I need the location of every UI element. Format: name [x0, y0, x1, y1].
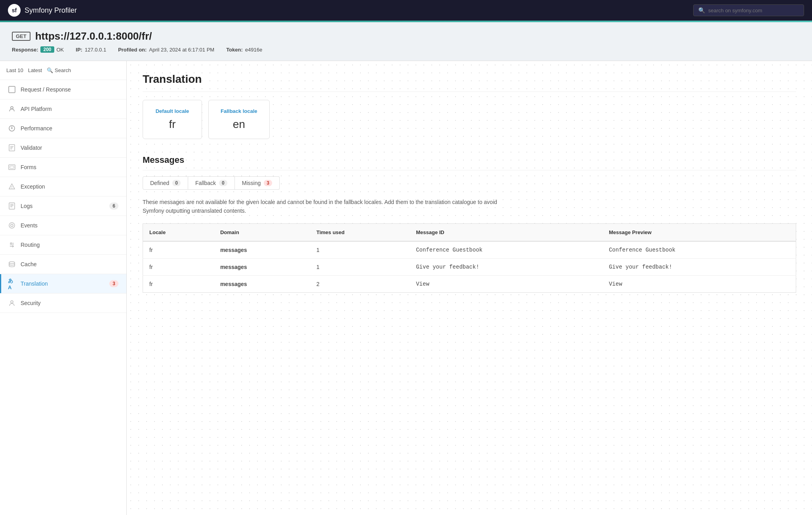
main-content: Translation Default locale fr Fallback l…: [127, 61, 812, 515]
svg-rect-6: [10, 166, 14, 168]
messages-table: Locale Domain Times used Message ID Mess…: [143, 223, 796, 293]
cell-message-preview: Conference Guestbook: [602, 241, 796, 259]
nav-item-api-platform: API Platform: [0, 99, 126, 119]
nav-label-translation: Translation: [21, 280, 105, 287]
svg-point-7: [11, 188, 12, 189]
nav-item-routing: Routing: [0, 235, 126, 255]
nav-link-performance[interactable]: Performance: [0, 119, 126, 138]
translation-icon: あA: [8, 280, 16, 288]
svg-point-9: [9, 223, 15, 228]
nav-link-translation[interactable]: あA Translation 3: [0, 274, 126, 293]
locale-cards: Default locale fr Fallback locale en: [143, 100, 796, 139]
sidebar: Last 10 Latest 🔍 Search Request / Respon…: [0, 61, 127, 515]
logs-icon: [8, 202, 16, 210]
token-meta: Token: e4916e: [226, 46, 262, 53]
nav-item-logs: Logs 6: [0, 196, 126, 216]
nav-label-events: Events: [21, 222, 118, 229]
filter-fallback-label: Fallback: [195, 180, 216, 186]
filter-tabs: Defined 0 Fallback 0 Missing 3: [143, 176, 796, 190]
svg-point-1: [11, 107, 13, 109]
cell-message-id: Conference Guestbook: [410, 241, 602, 259]
request-response-icon: [8, 86, 16, 93]
nav-label-api-platform: API Platform: [21, 106, 118, 112]
missing-description: These messages are not available for the…: [143, 198, 499, 216]
ip-value: 127.0.0.1: [85, 47, 106, 53]
nav-link-events[interactable]: Events: [0, 216, 126, 235]
status-text: OK: [57, 47, 64, 53]
default-locale-card: Default locale fr: [143, 100, 202, 139]
nav-link-cache[interactable]: Cache: [0, 255, 126, 274]
cell-message-id: Give your feedback!: [410, 258, 602, 275]
svg-point-3: [11, 128, 13, 129]
default-locale-label: Default locale: [155, 108, 190, 114]
table-row: fr messages 1 Give your feedback! Give y…: [143, 258, 796, 275]
global-search-input[interactable]: [708, 8, 799, 13]
main-layout: Last 10 Latest 🔍 Search Request / Respon…: [0, 61, 812, 515]
svg-rect-5: [9, 165, 15, 170]
nav-item-exception: Exception: [0, 177, 126, 196]
top-bar: sf Symfony Profiler 🔍: [0, 0, 812, 21]
cell-domain: messages: [214, 258, 310, 275]
messages-section-title: Messages: [143, 155, 796, 170]
sidebar-tab-search[interactable]: 🔍 Search: [47, 67, 71, 73]
col-header-message-id: Message ID: [410, 223, 602, 241]
nav-link-routing[interactable]: Routing: [0, 235, 126, 254]
nav-link-request-response[interactable]: Request / Response: [0, 80, 126, 99]
nav-link-logs[interactable]: Logs 6: [0, 196, 126, 216]
events-icon: [8, 221, 16, 229]
fallback-locale-value: en: [221, 118, 257, 131]
cell-message-preview: View: [602, 275, 796, 292]
nav-label-logs: Logs: [21, 203, 105, 209]
nav-label-cache: Cache: [21, 261, 118, 267]
table-row: fr messages 1 Conference Guestbook Confe…: [143, 241, 796, 259]
search-icon: 🔍: [698, 7, 705, 13]
ip-meta: IP: 127.0.0.1: [76, 46, 106, 53]
fallback-locale-label: Fallback locale: [221, 108, 257, 114]
cell-times-used: 1: [310, 258, 410, 275]
filter-tab-missing[interactable]: Missing 3: [235, 176, 280, 190]
filter-fallback-count: 0: [219, 180, 227, 186]
nav-item-cache: Cache: [0, 255, 126, 274]
request-url: https://127.0.0.1:8000/fr/: [35, 30, 152, 42]
cell-message-id: View: [410, 275, 602, 292]
cell-times-used: 1: [310, 241, 410, 259]
cell-locale: fr: [143, 258, 214, 275]
cell-message-preview: Give your feedback!: [602, 258, 796, 275]
svg-point-12: [11, 301, 13, 303]
performance-icon: [8, 124, 16, 132]
filter-missing-count: 3: [264, 180, 272, 186]
global-search[interactable]: 🔍: [693, 4, 804, 16]
filter-tab-defined[interactable]: Defined 0: [143, 176, 188, 190]
nav-link-api-platform[interactable]: API Platform: [0, 99, 126, 118]
api-platform-icon: [8, 105, 16, 113]
cell-locale: fr: [143, 275, 214, 292]
nav-item-validator: Validator: [0, 138, 126, 158]
svg-point-10: [11, 224, 13, 227]
nav-link-validator[interactable]: Validator: [0, 138, 126, 157]
svg-point-11: [9, 262, 15, 264]
nav-link-exception[interactable]: Exception: [0, 177, 126, 196]
nav-link-security[interactable]: Security: [0, 294, 126, 313]
response-meta: Response: 200 OK: [12, 46, 64, 53]
sidebar-tab-latest[interactable]: Latest: [28, 66, 42, 75]
validator-icon: [8, 144, 16, 152]
cell-domain: messages: [214, 241, 310, 259]
filter-tab-fallback[interactable]: Fallback 0: [188, 176, 235, 190]
nav-label-exception: Exception: [21, 183, 118, 190]
http-method-badge: GET: [12, 32, 30, 41]
token-value: e4916e: [245, 47, 262, 53]
translation-badge: 3: [109, 280, 118, 287]
logs-badge: 6: [109, 202, 118, 210]
nav-label-routing: Routing: [21, 242, 118, 248]
sidebar-nav: Request / Response API Platform: [0, 80, 126, 313]
app-name: Symfony Profiler: [25, 6, 77, 15]
sidebar-tab-last10[interactable]: Last 10: [6, 66, 23, 75]
col-header-domain: Domain: [214, 223, 310, 241]
sidebar-search-icon: 🔍: [47, 67, 53, 73]
forms-icon: [8, 163, 16, 171]
nav-item-forms: Forms: [0, 158, 126, 177]
nav-label-request-response: Request / Response: [21, 86, 118, 93]
cell-locale: fr: [143, 241, 214, 259]
nav-link-forms[interactable]: Forms: [0, 158, 126, 177]
fallback-locale-card: Fallback locale en: [208, 100, 270, 139]
